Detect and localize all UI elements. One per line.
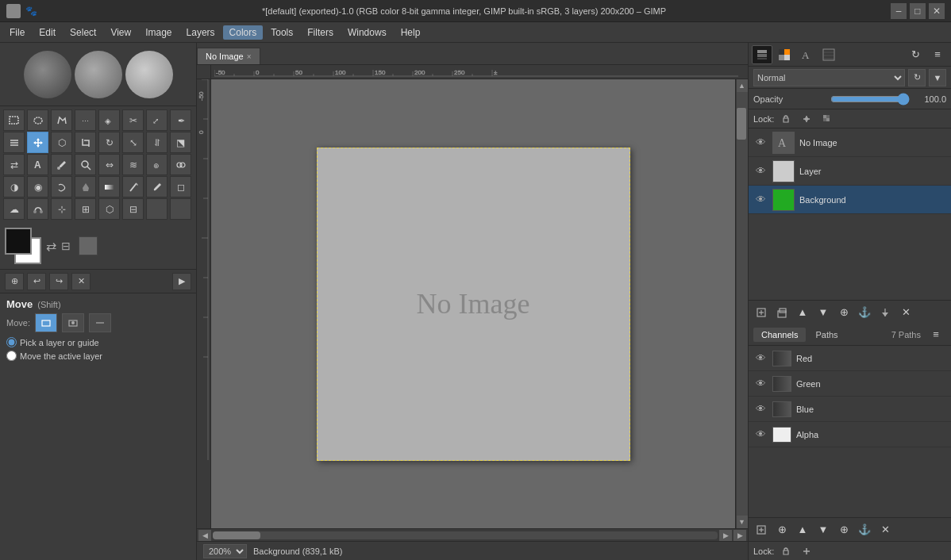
anchor-layer-btn[interactable]: ⚓ (855, 303, 874, 322)
layer-eye-background[interactable]: 👁 (753, 193, 768, 207)
move-layer-up-btn[interactable]: ▲ (793, 303, 812, 322)
delete-channel-btn[interactable]: ✕ (876, 520, 895, 539)
anchor-channel-btn[interactable]: ⚓ (855, 520, 874, 539)
channel-row-alpha[interactable]: 👁 Alpha (749, 422, 951, 447)
tool-blur-sharpen[interactable]: ◉ (27, 176, 48, 198)
tool-foreground-select[interactable]: ⤢ (146, 109, 167, 131)
tool-align[interactable] (3, 132, 25, 153)
tool-rect-select[interactable] (3, 109, 25, 131)
tool-scale[interactable]: ⤡ (122, 132, 144, 153)
canvas-viewport[interactable]: No Image (211, 79, 735, 528)
layer-row-background[interactable]: 👁 Background (749, 186, 951, 214)
tool-ink[interactable]: ✒ (170, 109, 191, 131)
patterns-mode-btn[interactable] (818, 45, 839, 64)
color-pair[interactable] (5, 228, 41, 264)
menu-help[interactable]: Help (395, 25, 427, 40)
channel-eye-blue[interactable]: 👁 (753, 402, 768, 416)
tool-crop[interactable] (75, 132, 96, 153)
vscrollbar[interactable]: ▲ ▼ (735, 79, 748, 528)
lock-position-btn[interactable] (798, 111, 815, 127)
tool-flip[interactable]: ⇄ (3, 154, 25, 175)
move-mode-layer-btn[interactable] (35, 313, 57, 332)
tool-color-picker[interactable] (51, 154, 72, 175)
tool-ellipse-select[interactable] (27, 109, 48, 131)
layers-mode-btn[interactable] (752, 45, 772, 64)
minimize-button[interactable]: – (891, 3, 907, 19)
undo-btn[interactable]: ↩ (27, 273, 46, 290)
redo-btn[interactable]: ↪ (49, 273, 68, 290)
tool-fuzzy-select[interactable]: ⋯ (75, 109, 96, 131)
tool-bucket-fill[interactable] (75, 176, 96, 198)
tool-gradient[interactable] (98, 176, 120, 198)
new-image-btn[interactable]: ⊕ (5, 273, 24, 290)
new-layer-btn[interactable] (752, 303, 771, 322)
layer-row-no-image[interactable]: 👁 A No Image (749, 128, 951, 157)
tool-text[interactable]: A (27, 154, 48, 175)
tool-heal[interactable]: ⊕ (146, 154, 167, 175)
menu-view[interactable]: View (104, 25, 137, 40)
cp-lock-paint-btn[interactable] (777, 543, 795, 559)
tool-measure[interactable]: ⇔ (98, 154, 120, 175)
channel-row-red[interactable]: 👁 Red (749, 346, 951, 371)
tool-rotate[interactable]: ↻ (98, 132, 120, 153)
vscroll-down-btn[interactable]: ▼ (737, 516, 748, 528)
tool-paths[interactable] (27, 198, 48, 220)
channel-eye-green[interactable]: 👁 (753, 377, 768, 391)
new-layer-from-visible-btn[interactable] (772, 303, 791, 322)
tool-extra1[interactable] (146, 198, 167, 220)
collapse-btn[interactable]: ▶ (172, 273, 191, 290)
duplicate-channel-btn[interactable]: ⊕ (834, 520, 853, 539)
panel-menu-btn[interactable]: ≡ (927, 45, 948, 64)
menu-image[interactable]: Image (139, 25, 178, 40)
tool-move[interactable] (27, 132, 48, 153)
cp-lock-pos-btn[interactable] (798, 543, 815, 559)
close-button[interactable]: ✕ (929, 3, 945, 19)
tool-handle-transform[interactable]: ⊹ (51, 198, 72, 220)
hscroll-corner-btn[interactable]: ▶ (733, 530, 746, 541)
menu-tools[interactable]: Tools (264, 25, 299, 40)
canvas-tab-main[interactable]: No Image × (197, 48, 260, 64)
tool-dodge-burn[interactable]: ◑ (3, 176, 25, 198)
radio-pick-layer[interactable]: Pick a layer or guide (6, 337, 190, 347)
menu-file[interactable]: File (3, 25, 31, 40)
menu-colors[interactable]: Colors (223, 25, 264, 40)
tool-perspective-clone[interactable]: ⊟ (122, 198, 144, 220)
new-channel-btn[interactable] (752, 520, 771, 539)
menu-edit[interactable]: Edit (33, 25, 62, 40)
refresh-btn[interactable]: ↻ (905, 45, 926, 64)
tool-clone[interactable] (170, 154, 191, 175)
layer-row-layer[interactable]: 👁 Layer (749, 157, 951, 186)
lock-alpha-btn[interactable] (818, 111, 836, 127)
tool-paintbrush[interactable] (146, 176, 167, 198)
move-layer-down-btn[interactable]: ▼ (814, 303, 833, 322)
channels-tab[interactable]: Channels (753, 328, 806, 342)
tool-free-select[interactable] (51, 109, 72, 131)
hscroll-thumb[interactable] (213, 531, 260, 539)
move-mode-image-btn[interactable] (89, 313, 111, 332)
tool-transform-3d[interactable]: ⬡ (51, 132, 72, 153)
channel-to-selection-btn[interactable]: ⊕ (772, 520, 791, 539)
menu-windows[interactable]: Windows (341, 25, 393, 40)
tool-shear[interactable]: ⥯ (146, 132, 167, 153)
tool-scissors[interactable]: ✂ (122, 109, 144, 131)
mode-icon-menu[interactable]: ▼ (929, 69, 946, 86)
tool-extra2[interactable] (170, 198, 191, 220)
tool-magnify[interactable] (75, 154, 96, 175)
hscroll-right-btn[interactable]: ▶ (719, 530, 732, 541)
vscroll-track[interactable] (737, 92, 748, 516)
font-mode-btn[interactable]: A (796, 45, 817, 64)
tool-warp[interactable]: ≋ (122, 154, 144, 175)
paths-tab[interactable]: Paths (807, 328, 845, 342)
duplicate-layer-btn[interactable]: ⊕ (834, 303, 853, 322)
channel-eye-alpha[interactable]: 👁 (753, 428, 768, 442)
reset-colors-icon[interactable]: ⊟ (61, 240, 71, 252)
mode-icon-refresh[interactable]: ↻ (908, 69, 926, 86)
foreground-color[interactable] (5, 228, 32, 255)
radio-active-input[interactable] (6, 351, 17, 361)
layer-eye-layer[interactable]: 👁 (753, 164, 768, 178)
channel-row-green[interactable]: 👁 Green (749, 371, 951, 397)
lock-pixels-btn[interactable] (777, 111, 795, 127)
vscroll-thumb[interactable] (737, 108, 746, 140)
menu-layers[interactable]: Layers (180, 25, 221, 40)
channel-row-blue[interactable]: 👁 Blue (749, 397, 951, 422)
